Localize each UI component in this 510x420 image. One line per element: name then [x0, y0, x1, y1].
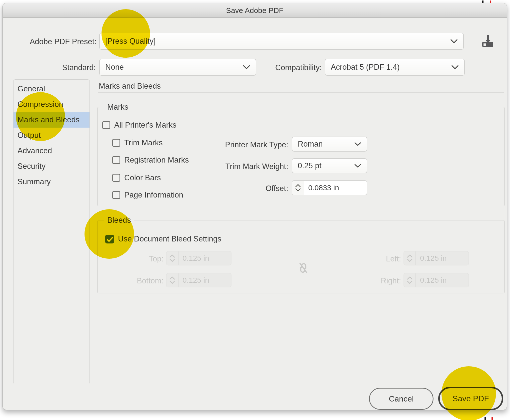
bleed-bottom-field: 0.125 in [166, 273, 232, 287]
checkmark-icon [107, 237, 113, 242]
adobe-pdf-preset-select[interactable]: [Press Quality] [99, 33, 464, 50]
bleed-left-value: 0.125 in [416, 251, 447, 265]
crop-tick-red-top [490, 0, 491, 3]
printer-mark-type-label: Printer Mark Type: [178, 140, 288, 149]
checkbox-use-document-bleed-settings[interactable]: Use Document Bleed Settings [105, 234, 222, 243]
chevron-up-icon [169, 276, 175, 280]
bleed-bottom-stepper [166, 273, 178, 287]
checkbox-registration-marks[interactable]: Registration Marks [112, 156, 189, 165]
sidebar-item-security[interactable]: Security [14, 159, 90, 174]
dialog-title: Save Adobe PDF [3, 3, 507, 18]
standard-select[interactable]: None [99, 59, 256, 76]
checkbox-box[interactable] [112, 174, 120, 182]
cancel-button[interactable]: Cancel [369, 388, 434, 410]
chevron-down-icon [451, 65, 459, 69]
bleed-right-value: 0.125 in [416, 273, 447, 287]
chevron-down-icon [354, 164, 361, 168]
bleed-right-label: Right: [346, 276, 401, 285]
checkbox-label: Page Information [124, 191, 183, 200]
page-title: Marks and Bleeds [99, 82, 161, 91]
sidebar-item-general[interactable]: General [14, 81, 90, 97]
checkbox-box[interactable] [102, 121, 110, 129]
checkbox-all-printers-marks[interactable]: All Printer's Marks [102, 121, 176, 130]
crop-tick-red-bottom [492, 417, 493, 420]
chevron-up-icon [407, 254, 413, 258]
sidebar-item-advanced[interactable]: Advanced [14, 143, 90, 159]
sidebar-item-summary[interactable]: Summary [14, 174, 90, 190]
bleed-left-stepper [404, 251, 416, 265]
cancel-button-label: Cancel [389, 394, 414, 404]
bleed-bottom-value: 0.125 in [178, 273, 209, 287]
checkbox-color-bars[interactable]: Color Bars [112, 173, 161, 182]
compatibility-label: Compatibility: [253, 63, 322, 72]
bleed-top-value: 0.125 in [178, 251, 209, 265]
unlink-chain-icon [297, 261, 310, 274]
checkbox-box[interactable] [112, 156, 120, 164]
chevron-down-icon [295, 188, 301, 192]
chevron-down-icon [407, 281, 413, 284]
printer-mark-type-value: Roman [292, 140, 323, 149]
bleed-right-stepper [404, 273, 416, 287]
sidebar-item-output[interactable]: Output [14, 128, 90, 143]
chevron-down-icon [243, 65, 250, 69]
settings-category-list: General Compression Marks and Bleeds Out… [13, 79, 90, 384]
offset-value: 0.0833 in [304, 181, 339, 195]
screenshot-canvas: Save Adobe PDF Adobe PDF Preset: [Press … [0, 0, 510, 420]
sidebar-item-marks-and-bleeds[interactable]: Marks and Bleeds [14, 112, 90, 128]
checkbox-label: Use Document Bleed Settings [118, 234, 222, 243]
trim-mark-weight-value: 0.25 pt [292, 161, 322, 170]
checkbox-page-information[interactable]: Page Information [112, 191, 183, 200]
marks-group-legend: Marks [104, 103, 131, 112]
save-pdf-button[interactable]: Save PDF [438, 387, 503, 410]
bleed-top-label: Top: [108, 254, 164, 263]
checkbox-box[interactable] [112, 191, 120, 199]
compatibility-value: Acrobat 5 (PDF 1.4) [325, 63, 400, 72]
save-preset-download-icon[interactable] [479, 33, 495, 49]
adobe-pdf-preset-label: Adobe PDF Preset: [18, 37, 96, 46]
printer-mark-type-select[interactable]: Roman [292, 137, 367, 152]
crop-tick-black-bottom [484, 417, 486, 420]
sidebar-item-compression[interactable]: Compression [14, 97, 90, 112]
bleed-bottom-label: Bottom: [108, 276, 164, 285]
bleed-top-stepper [166, 251, 178, 265]
crop-tick-black-top [482, 0, 484, 3]
chevron-up-icon [169, 254, 175, 258]
compatibility-select[interactable]: Acrobat 5 (PDF 1.4) [325, 59, 465, 76]
chevron-up-icon [295, 184, 301, 187]
checkbox-box[interactable] [105, 235, 114, 243]
standard-value: None [100, 63, 124, 72]
chevron-down-icon [354, 142, 361, 146]
offset-label: Offset: [178, 184, 288, 193]
adobe-pdf-preset-value: [Press Quality] [100, 37, 156, 46]
chevron-down-icon [169, 259, 175, 262]
save-adobe-pdf-dialog: Save Adobe PDF Adobe PDF Preset: [Press … [2, 3, 507, 410]
offset-stepper[interactable] [292, 181, 304, 195]
chevron-down-icon [407, 259, 413, 262]
chevron-up-icon [407, 276, 413, 280]
trim-mark-weight-select[interactable]: 0.25 pt [292, 158, 367, 173]
checkbox-label: Color Bars [124, 173, 161, 182]
trim-mark-weight-label: Trim Mark Weight: [178, 162, 288, 171]
bleeds-group-legend: Bleeds [104, 216, 134, 225]
heading-divider [98, 92, 504, 93]
bleed-top-field: 0.125 in [166, 251, 232, 265]
chevron-down-icon [169, 281, 175, 284]
checkbox-box[interactable] [112, 139, 120, 147]
bleed-left-field: 0.125 in [404, 251, 469, 265]
save-pdf-button-label: Save PDF [452, 394, 489, 403]
checkbox-trim-marks[interactable]: Trim Marks [112, 138, 163, 147]
bleed-right-field: 0.125 in [404, 273, 469, 287]
standard-label: Standard: [18, 63, 96, 72]
chevron-down-icon [450, 39, 458, 43]
checkbox-label: Trim Marks [124, 138, 163, 147]
offset-field[interactable]: 0.0833 in [292, 180, 367, 195]
checkbox-label: All Printer's Marks [114, 121, 176, 130]
bleed-left-label: Left: [346, 254, 401, 263]
